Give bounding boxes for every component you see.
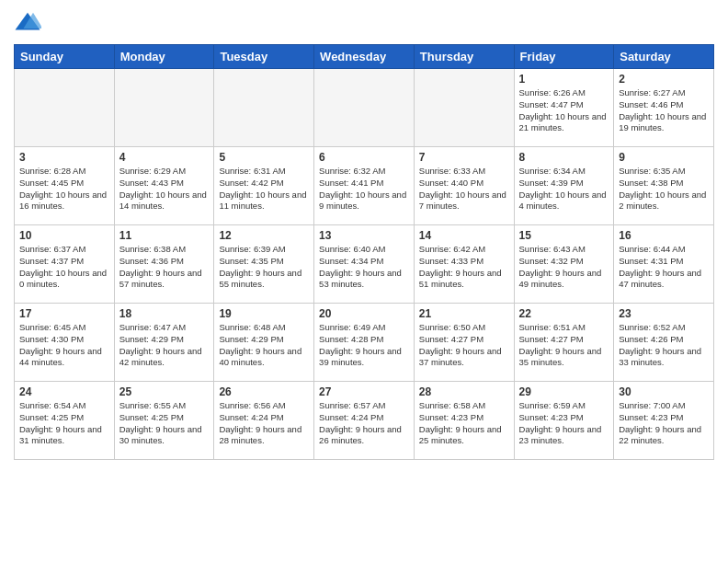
day-number: 24 xyxy=(19,385,109,398)
calendar-cell: 14Sunrise: 6:42 AM Sunset: 4:33 PM Dayli… xyxy=(414,225,514,304)
calendar-cell: 1Sunrise: 6:26 AM Sunset: 4:47 PM Daylig… xyxy=(514,69,614,147)
calendar-cell xyxy=(314,69,415,147)
calendar-cell: 12Sunrise: 6:39 AM Sunset: 4:35 PM Dayli… xyxy=(214,225,314,304)
calendar-cell: 26Sunrise: 6:56 AM Sunset: 4:24 PM Dayli… xyxy=(214,382,314,460)
day-number: 28 xyxy=(419,385,509,398)
calendar-cell: 22Sunrise: 6:51 AM Sunset: 4:27 PM Dayli… xyxy=(514,304,614,382)
calendar-week-row: 1Sunrise: 6:26 AM Sunset: 4:47 PM Daylig… xyxy=(15,69,714,147)
calendar-cell: 3Sunrise: 6:28 AM Sunset: 4:45 PM Daylig… xyxy=(15,147,115,225)
calendar-cell: 25Sunrise: 6:55 AM Sunset: 4:25 PM Dayli… xyxy=(114,382,214,460)
header xyxy=(14,9,714,37)
day-number: 10 xyxy=(19,229,109,242)
day-number: 30 xyxy=(619,385,709,398)
calendar-day-header: Thursday xyxy=(414,45,514,69)
calendar-week-row: 10Sunrise: 6:37 AM Sunset: 4:37 PM Dayli… xyxy=(15,225,714,304)
day-info: Sunrise: 6:33 AM Sunset: 4:40 PM Dayligh… xyxy=(419,166,509,213)
calendar-cell: 11Sunrise: 6:38 AM Sunset: 4:36 PM Dayli… xyxy=(114,225,214,304)
day-info: Sunrise: 6:43 AM Sunset: 4:32 PM Dayligh… xyxy=(519,244,609,291)
calendar-cell: 20Sunrise: 6:49 AM Sunset: 4:28 PM Dayli… xyxy=(314,304,415,382)
day-info: Sunrise: 6:40 AM Sunset: 4:34 PM Dayligh… xyxy=(319,244,409,291)
day-info: Sunrise: 6:48 AM Sunset: 4:29 PM Dayligh… xyxy=(219,322,309,369)
calendar-cell: 7Sunrise: 6:33 AM Sunset: 4:40 PM Daylig… xyxy=(414,147,514,225)
day-number: 15 xyxy=(519,229,609,242)
calendar-week-row: 3Sunrise: 6:28 AM Sunset: 4:45 PM Daylig… xyxy=(15,147,714,225)
day-number: 6 xyxy=(319,151,409,164)
main-container: SundayMondayTuesdayWednesdayThursdayFrid… xyxy=(0,0,728,465)
calendar-day-header: Tuesday xyxy=(214,45,314,69)
day-number: 18 xyxy=(119,307,210,320)
day-number: 22 xyxy=(519,307,609,320)
calendar-cell: 5Sunrise: 6:31 AM Sunset: 4:42 PM Daylig… xyxy=(214,147,314,225)
day-info: Sunrise: 6:54 AM Sunset: 4:25 PM Dayligh… xyxy=(19,400,109,447)
day-info: Sunrise: 6:27 AM Sunset: 4:46 PM Dayligh… xyxy=(619,87,709,134)
logo xyxy=(14,9,45,37)
calendar-cell: 10Sunrise: 6:37 AM Sunset: 4:37 PM Dayli… xyxy=(15,225,115,304)
day-number: 27 xyxy=(319,385,409,398)
day-number: 14 xyxy=(419,229,509,242)
day-number: 9 xyxy=(619,151,709,164)
day-number: 7 xyxy=(419,151,509,164)
calendar-cell: 13Sunrise: 6:40 AM Sunset: 4:34 PM Dayli… xyxy=(314,225,415,304)
calendar-cell: 23Sunrise: 6:52 AM Sunset: 4:26 PM Dayli… xyxy=(614,304,714,382)
day-info: Sunrise: 6:38 AM Sunset: 4:36 PM Dayligh… xyxy=(119,244,210,291)
day-info: Sunrise: 6:35 AM Sunset: 4:38 PM Dayligh… xyxy=(619,166,709,213)
day-number: 4 xyxy=(119,151,210,164)
day-number: 2 xyxy=(619,73,709,86)
calendar-cell: 27Sunrise: 6:57 AM Sunset: 4:24 PM Dayli… xyxy=(314,382,415,460)
day-info: Sunrise: 6:59 AM Sunset: 4:23 PM Dayligh… xyxy=(519,400,609,447)
calendar-cell: 24Sunrise: 6:54 AM Sunset: 4:25 PM Dayli… xyxy=(15,382,115,460)
calendar-cell: 8Sunrise: 6:34 AM Sunset: 4:39 PM Daylig… xyxy=(514,147,614,225)
calendar-cell xyxy=(214,69,314,147)
day-info: Sunrise: 6:26 AM Sunset: 4:47 PM Dayligh… xyxy=(519,87,609,134)
calendar-cell: 29Sunrise: 6:59 AM Sunset: 4:23 PM Dayli… xyxy=(514,382,614,460)
calendar-day-header: Friday xyxy=(514,45,614,69)
day-number: 21 xyxy=(419,307,509,320)
calendar-cell: 16Sunrise: 6:44 AM Sunset: 4:31 PM Dayli… xyxy=(614,225,714,304)
calendar-day-header: Sunday xyxy=(15,45,115,69)
calendar-cell xyxy=(114,69,214,147)
day-number: 16 xyxy=(619,229,709,242)
day-info: Sunrise: 6:57 AM Sunset: 4:24 PM Dayligh… xyxy=(319,400,409,447)
day-info: Sunrise: 6:51 AM Sunset: 4:27 PM Dayligh… xyxy=(519,322,609,369)
day-number: 29 xyxy=(519,385,609,398)
calendar-cell: 18Sunrise: 6:47 AM Sunset: 4:29 PM Dayli… xyxy=(114,304,214,382)
calendar-cell xyxy=(15,69,115,147)
calendar-header-row: SundayMondayTuesdayWednesdayThursdayFrid… xyxy=(15,45,714,69)
day-info: Sunrise: 7:00 AM Sunset: 4:23 PM Dayligh… xyxy=(619,400,709,447)
day-info: Sunrise: 6:37 AM Sunset: 4:37 PM Dayligh… xyxy=(19,244,109,291)
day-number: 25 xyxy=(119,385,210,398)
calendar-day-header: Saturday xyxy=(614,45,714,69)
day-number: 17 xyxy=(19,307,109,320)
day-number: 8 xyxy=(519,151,609,164)
calendar-week-row: 17Sunrise: 6:45 AM Sunset: 4:30 PM Dayli… xyxy=(15,304,714,382)
day-info: Sunrise: 6:31 AM Sunset: 4:42 PM Dayligh… xyxy=(219,166,309,213)
day-number: 11 xyxy=(119,229,210,242)
calendar-day-header: Monday xyxy=(114,45,214,69)
day-info: Sunrise: 6:34 AM Sunset: 4:39 PM Dayligh… xyxy=(519,166,609,213)
day-info: Sunrise: 6:56 AM Sunset: 4:24 PM Dayligh… xyxy=(219,400,309,447)
day-info: Sunrise: 6:44 AM Sunset: 4:31 PM Dayligh… xyxy=(619,244,709,291)
day-number: 13 xyxy=(319,229,409,242)
calendar-day-header: Wednesday xyxy=(314,45,415,69)
logo-icon xyxy=(14,9,41,37)
day-info: Sunrise: 6:45 AM Sunset: 4:30 PM Dayligh… xyxy=(19,322,109,369)
day-info: Sunrise: 6:47 AM Sunset: 4:29 PM Dayligh… xyxy=(119,322,210,369)
day-info: Sunrise: 6:42 AM Sunset: 4:33 PM Dayligh… xyxy=(419,244,509,291)
day-info: Sunrise: 6:32 AM Sunset: 4:41 PM Dayligh… xyxy=(319,166,409,213)
day-number: 19 xyxy=(219,307,309,320)
day-number: 20 xyxy=(319,307,409,320)
day-info: Sunrise: 6:29 AM Sunset: 4:43 PM Dayligh… xyxy=(119,166,210,213)
calendar-cell: 2Sunrise: 6:27 AM Sunset: 4:46 PM Daylig… xyxy=(614,69,714,147)
calendar-cell: 6Sunrise: 6:32 AM Sunset: 4:41 PM Daylig… xyxy=(314,147,415,225)
day-info: Sunrise: 6:52 AM Sunset: 4:26 PM Dayligh… xyxy=(619,322,709,369)
day-number: 3 xyxy=(19,151,109,164)
day-info: Sunrise: 6:28 AM Sunset: 4:45 PM Dayligh… xyxy=(19,166,109,213)
day-number: 12 xyxy=(219,229,309,242)
day-info: Sunrise: 6:49 AM Sunset: 4:28 PM Dayligh… xyxy=(319,322,409,369)
day-info: Sunrise: 6:50 AM Sunset: 4:27 PM Dayligh… xyxy=(419,322,509,369)
calendar-cell: 21Sunrise: 6:50 AM Sunset: 4:27 PM Dayli… xyxy=(414,304,514,382)
calendar-week-row: 24Sunrise: 6:54 AM Sunset: 4:25 PM Dayli… xyxy=(15,382,714,460)
day-info: Sunrise: 6:58 AM Sunset: 4:23 PM Dayligh… xyxy=(419,400,509,447)
calendar-cell: 4Sunrise: 6:29 AM Sunset: 4:43 PM Daylig… xyxy=(114,147,214,225)
day-number: 26 xyxy=(219,385,309,398)
